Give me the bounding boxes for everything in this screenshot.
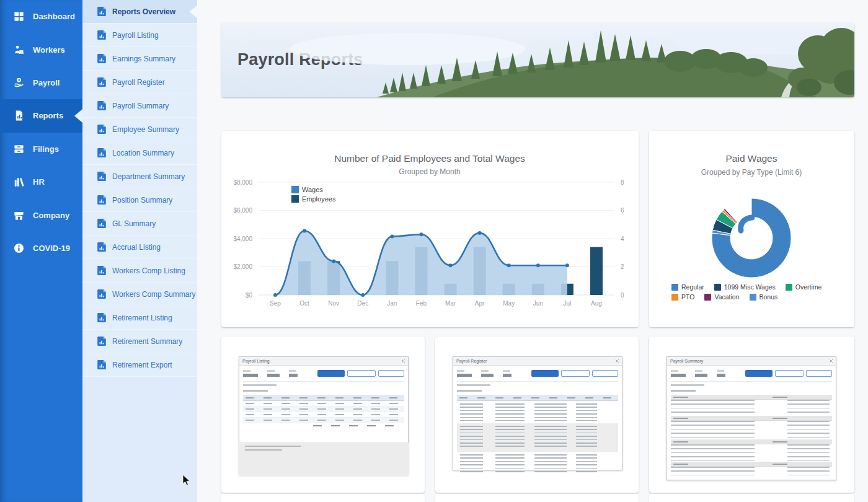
sidebar-item-filings[interactable]: Filings [0,133,82,165]
mini-filter-fields [243,370,298,377]
covid-icon [13,242,25,254]
mini-filter-fields [671,370,725,377]
report-doc-icon [97,77,106,87]
reports-nav-item-label: Workers Comp Summary [112,290,195,299]
sidebar-item-payroll[interactable]: Payroll [0,66,82,99]
mini-filter-fields [457,370,512,377]
mini-report-body [671,390,832,482]
active-notch [74,109,82,123]
sidebar-item-dashboard[interactable]: Dashboard [0,0,82,33]
close-icon [402,359,405,363]
report-doc-icon [97,219,106,228]
reports-nav-item-workers-comp-summary[interactable]: Workers Comp Summary [82,283,197,306]
mini-toolbar [453,366,622,379]
main-sidebar: DashboardWorkersPayrollReportsFilingsHRC… [0,0,82,502]
reports-nav-item-position-summary[interactable]: Position Summary [82,188,197,212]
report-doc-icon [97,360,106,369]
mini-secondary-button [561,370,590,377]
legend-item-vacation: Vacation [704,293,739,301]
mini-secondary-button [378,370,404,377]
sidebar-item-reports[interactable]: Reports [0,99,82,132]
reports-nav-item-earnings-summary[interactable]: Earnings Summary [82,47,197,71]
reports-nav-item-department-summary[interactable]: Department Summary [82,165,197,188]
forest-illustration [221,23,854,97]
svg-text:$6,000: $6,000 [233,207,252,214]
legend-item-1099-misc-wages: 1099 Misc Wages [714,283,776,291]
legend-swatch [671,284,678,291]
dashboard-icon [13,11,25,22]
sidebar-item-company[interactable]: Company [0,198,82,231]
svg-text:Employees: Employees [302,195,336,203]
svg-text:Aug: Aug [591,300,602,307]
svg-text:Oct: Oct [299,300,309,307]
sidebar-item-label: Reports [33,111,63,120]
close-icon [616,359,619,363]
paid-wages-chart-card: Paid WagesGrouped by Pay Type (Limit 6) … [649,131,854,327]
svg-text:Grouped by Pay Type (Limit 6): Grouped by Pay Type (Limit 6) [701,168,802,177]
report-doc-icon [97,313,106,322]
reports-nav-item-retirement-summary[interactable]: Retirement Summary [82,330,197,353]
svg-text:Jan: Jan [387,300,397,307]
report-thumbnail-payroll-register[interactable]: Payroll Register [435,337,639,493]
svg-text:$2,000: $2,000 [233,263,252,270]
reports-nav-item-label: Retirement Export [112,361,172,369]
legend-label: Vacation [714,293,739,301]
legend-swatch [671,294,678,301]
employees-wages-chart: Number of Paid Employees and Total Wages… [221,131,639,327]
report-doc-icon [97,30,106,40]
reports-nav-item-label: Payroll Summary [112,102,169,110]
sidebar-item-hr[interactable]: HR [0,165,82,198]
svg-text:$4,000: $4,000 [233,236,252,242]
report-doc-icon [97,289,106,299]
legend-swatch [786,284,792,291]
mini-secondary-button [806,370,832,377]
reports-nav-item-label: Retirement Summary [112,337,182,346]
reports-nav-item-payroll-listing[interactable]: Payroll Listing [82,24,197,47]
company-icon [13,209,25,221]
report-thumbnail-payroll-summary[interactable]: Payroll Summary [649,337,854,493]
employees-wages-chart-card: Number of Paid Employees and Total Wages… [221,131,639,327]
reports-nav-item-label: Reports Overview [112,7,175,16]
reports-nav-item-retirement-listing[interactable]: Retirement Listing [82,306,197,330]
svg-text:4: 4 [621,236,624,242]
reports-nav-item-location-summary[interactable]: Location Summary [82,141,197,165]
reports-nav-item-workers-comp-listing[interactable]: Workers Comp Listing [82,259,197,283]
sidebar-item-covid-19[interactable]: COVID-19 [0,232,82,265]
mini-titlebar: Payroll Register [453,357,622,366]
mini-report-window: Payroll Listing [239,356,409,474]
reports-nav-item-label: Payroll Listing [112,31,159,40]
mini-action-buttons [745,370,832,377]
reports-nav-item-reports-overview[interactable]: Reports Overview [82,0,197,24]
mini-report-title: Payroll Summary [670,359,703,363]
mini-report-body [243,390,404,477]
svg-text:Grouped by Month: Grouped by Month [399,167,460,176]
sidebar-item-label: COVID-19 [33,244,70,253]
sidebar-item-label: Workers [33,45,65,55]
svg-text:Paid Wages: Paid Wages [726,153,777,164]
sidebar-item-label: HR [33,177,45,187]
report-doc-icon [97,7,106,16]
reports-nav-item-employee-summary[interactable]: Employee Summary [82,118,197,141]
reports-nav-item-gl-summary[interactable]: GL Summary [82,212,197,236]
workers-icon [13,44,25,56]
reports-nav-item-retirement-export[interactable]: Retirement Export [82,353,197,377]
sidebar-item-workers[interactable]: Workers [0,33,82,66]
next-row-card-peek [649,494,854,502]
svg-text:Number of Paid Employees and T: Number of Paid Employees and Total Wages [334,153,525,164]
reports-nav-item-payroll-summary[interactable]: Payroll Summary [82,94,197,118]
legend-swatch [704,294,711,301]
svg-text:0: 0 [621,292,624,299]
sidebar-item-label: Dashboard [33,12,75,21]
mini-report-title: Payroll Listing [242,359,270,363]
svg-text:$8,000: $8,000 [233,179,252,186]
legend-item-regular: Regular [671,283,704,291]
mini-report-window: Payroll Summary [666,356,836,480]
mini-primary-button [531,370,559,377]
reports-nav-item-accrual-listing[interactable]: Accrual Listing [82,236,197,259]
svg-text:Dec: Dec [357,300,368,307]
report-thumbnail-payroll-listing[interactable]: Payroll Listing [221,337,425,493]
legend-label: 1099 Misc Wages [724,283,776,291]
reports-nav-item-payroll-register[interactable]: Payroll Register [82,71,197,94]
svg-text:Feb: Feb [416,300,427,307]
legend-label: Regular [681,283,704,291]
